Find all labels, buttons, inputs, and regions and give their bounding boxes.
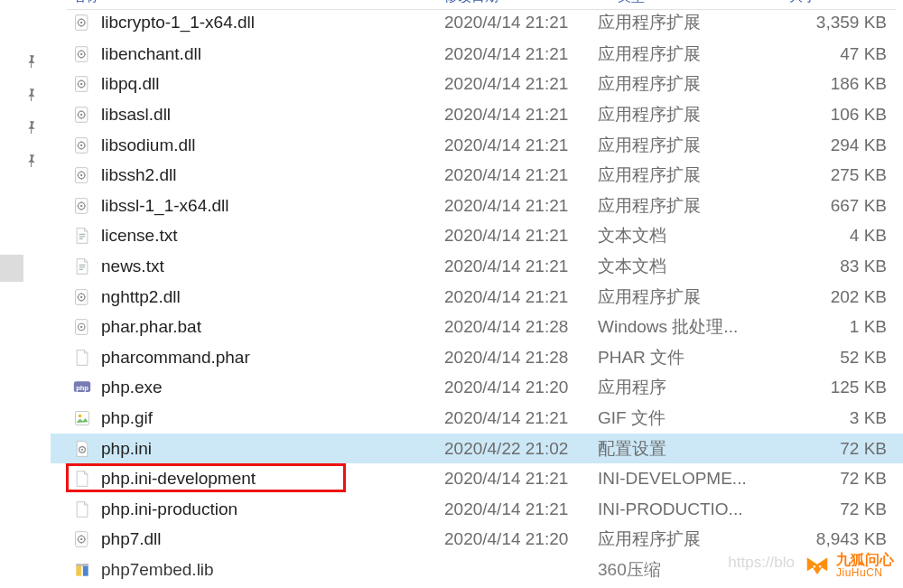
file-row[interactable]: libsasl.dll2020/4/14 21:21应用程序扩展106 KB [51,99,903,130]
file-name: libenchant.dll [101,44,444,64]
file-type: 应用程序扩展 [598,103,760,126]
file-type: 应用程序 [598,376,760,399]
file-name: pharcommand.phar [101,348,444,368]
file-type: GIF 文件 [598,406,760,430]
file-row[interactable]: php.ini-development2020/4/14 21:21INI-DE… [51,463,903,494]
file-size: 52 KB [760,348,903,368]
file-size: 72 KB [760,469,903,489]
svg-text:php: php [76,384,88,392]
file-row[interactable]: news.txt2020/4/14 21:21文本文档83 KB [51,251,903,282]
file-type: 应用程序扩展 [598,72,760,96]
blank-icon [72,499,92,519]
gear-icon [72,196,92,216]
file-size: 667 KB [760,196,903,216]
fox-logo-icon [804,552,831,579]
gif-icon [72,408,92,428]
file-rows-container: libcrypto-1_1-x64.dll2020/4/14 21:21应用程序… [51,10,903,585]
pin-icon [19,115,42,137]
file-type: 文本文档 [598,224,760,247]
svg-point-8 [80,83,82,85]
file-row[interactable]: libssl-1_1-x64.dll2020/4/14 21:21应用程序扩展6… [51,191,903,221]
file-type: 应用程序扩展 [598,194,760,218]
file-name: libpq.dll [101,74,444,94]
header-name[interactable]: 名称 [72,0,99,5]
file-name: php.ini [101,439,444,459]
column-headers: 名称 修改日期 类型 大小 [51,0,903,9]
file-date: 2020/4/14 21:28 [444,348,598,368]
header-type[interactable]: 类型 [618,0,645,5]
file-date: 2020/4/14 21:21 [444,105,598,125]
file-size: 72 KB [760,439,903,459]
file-size: 47 KB [760,44,903,64]
svg-point-2 [80,22,82,23]
file-type: 应用程序扩展 [598,134,760,157]
file-list-view: 名称 修改日期 类型 大小 libcrypto-1_1-x64.dll2020/… [51,0,903,588]
file-row[interactable]: license.txt2020/4/14 21:21文本文档4 KB [51,221,903,252]
file-name: php.exe [101,378,444,397]
svg-point-17 [80,174,82,176]
file-row[interactable]: libenchant.dll2020/4/14 21:21应用程序扩展47 KB [51,39,903,70]
svg-rect-44 [76,564,88,566]
file-type: INI-DEVELOPME... [598,469,760,489]
svg-point-11 [80,114,82,116]
file-type: Windows 批处理... [598,315,760,339]
file-size: 83 KB [760,257,903,276]
file-date: 2020/4/14 21:21 [444,13,598,33]
watermark-cn: 九狐问心 [836,553,894,568]
file-row[interactable]: php.ini2020/4/22 21:02配置设置72 KB [51,434,903,464]
svg-point-5 [80,53,82,55]
file-size: 4 KB [760,226,903,246]
txt-icon [72,226,92,246]
file-date: 2020/4/14 21:21 [444,469,598,489]
file-date: 2020/4/14 21:21 [444,257,598,276]
file-name: libssl-1_1-x64.dll [101,196,444,216]
svg-point-14 [80,144,82,145]
header-modified[interactable]: 修改日期 [444,0,498,5]
file-size: 1 KB [760,317,903,337]
file-size: 186 KB [760,74,903,94]
gear-icon [72,13,92,33]
file-row[interactable]: php.ini-production2020/4/14 21:21INI-PRO… [51,494,903,525]
file-row[interactable]: phpphp.exe2020/4/14 21:20应用程序125 KB [51,373,903,404]
pin-icon [19,49,42,71]
file-size: 106 KB [760,105,903,125]
svg-point-20 [80,205,82,207]
file-row[interactable]: libpq.dll2020/4/14 21:21应用程序扩展186 KB [51,70,903,100]
file-date: 2020/4/14 21:21 [444,499,598,519]
file-row[interactable]: php7.dll2020/4/14 21:20应用程序扩展8,943 KB [51,525,903,555]
file-type: 配置设置 [598,437,760,461]
file-type: 应用程序扩展 [598,163,760,187]
file-type: 应用程序扩展 [598,527,760,551]
file-name: news.txt [101,257,444,276]
file-row[interactable]: nghttp2.dll2020/4/14 21:21应用程序扩展202 KB [51,282,903,313]
file-size: 72 KB [760,499,903,519]
file-name: nghttp2.dll [101,287,444,307]
file-size: 202 KB [760,287,903,307]
svg-point-46 [819,565,822,568]
file-name: php.gif [101,408,444,428]
file-size: 8,943 KB [760,529,903,549]
ini-icon [72,439,92,459]
bat-icon [72,317,92,337]
lib-icon [72,560,92,580]
file-row[interactable]: php.gif2020/4/14 21:21GIF 文件3 KB [51,403,903,434]
file-row[interactable]: libsodium.dll2020/4/14 21:21应用程序扩展294 KB [51,130,903,161]
blank-icon [72,348,92,368]
file-row[interactable]: phar.phar.bat2020/4/14 21:28Windows 批处理.… [51,312,903,342]
sidebar-selected-indicator [0,255,23,282]
file-row[interactable]: libssh2.dll2020/4/14 21:21应用程序扩展275 KB [51,160,903,191]
file-type: 文本文档 [598,255,760,278]
faded-watermark-url: https://blo [728,554,795,572]
file-size: 125 KB [760,378,903,397]
header-size[interactable]: 大小 [789,0,816,5]
file-date: 2020/4/14 21:20 [444,529,598,549]
file-name: php.ini-development [101,469,444,489]
svg-point-41 [80,538,82,540]
file-type: 应用程序扩展 [598,285,760,309]
file-row[interactable]: libcrypto-1_1-x64.dll2020/4/14 21:21应用程序… [51,19,903,39]
gear-icon [72,529,92,549]
file-row[interactable]: pharcommand.phar2020/4/14 21:28PHAR 文件52… [51,342,903,373]
file-date: 2020/4/14 21:21 [444,44,598,64]
gear-icon [72,105,92,125]
file-type: 应用程序扩展 [598,42,760,66]
